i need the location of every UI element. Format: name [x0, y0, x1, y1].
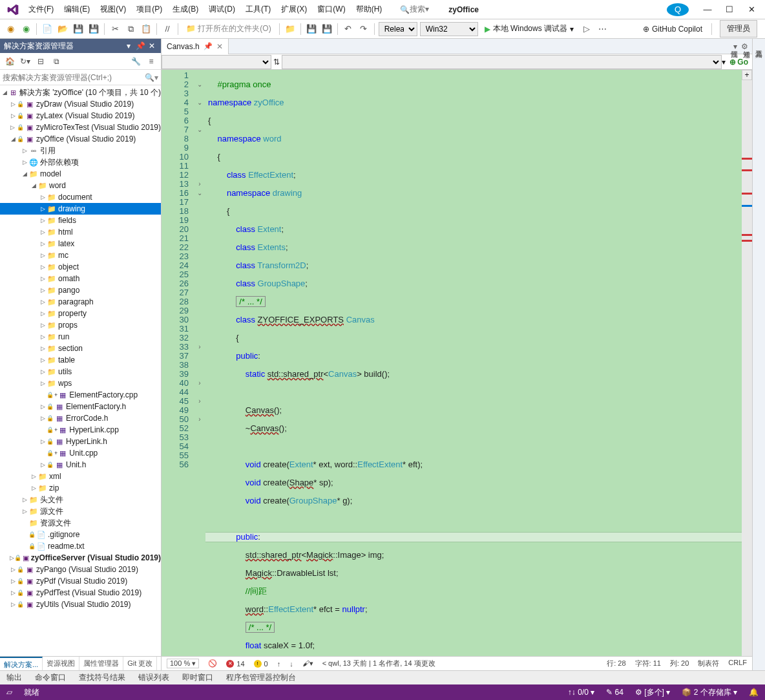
- scroll-map[interactable]: +: [742, 70, 752, 656]
- split-icon[interactable]: ⇅: [271, 58, 282, 67]
- file-elementfactory-h[interactable]: ▷🔒▦ElementFactory.h: [0, 401, 161, 412]
- close-button[interactable]: ✕: [740, 5, 762, 14]
- folder-property[interactable]: ▷📁property: [0, 308, 161, 319]
- menu-debug[interactable]: 调试(D): [204, 1, 240, 17]
- tab-git-changes[interactable]: Git 更改: [123, 657, 157, 670]
- project-zyOfficeServer[interactable]: ▷🔒▣zyOfficeServer (Visual Studio 2019): [0, 552, 161, 564]
- project-zyLatex[interactable]: ▷🔒▣zyLatex (Visual Studio 2019): [0, 110, 161, 122]
- file-gitignore[interactable]: 🔒📄.gitignore: [0, 529, 161, 540]
- open-icon[interactable]: 📂: [56, 23, 69, 36]
- folder-utils[interactable]: ▷📁utils: [0, 366, 161, 377]
- switch-view-icon[interactable]: ↻▾: [19, 56, 31, 67]
- folder-zip[interactable]: ▷📁zip: [0, 482, 161, 494]
- tab-close-icon[interactable]: ✕: [216, 42, 223, 51]
- scope-dropdown[interactable]: [162, 55, 271, 69]
- pin-icon[interactable]: 📌: [135, 41, 145, 50]
- save-icon[interactable]: 💾: [72, 23, 85, 36]
- new-file-icon[interactable]: 📄: [41, 23, 54, 36]
- maximize-button[interactable]: ☐: [718, 5, 740, 14]
- tab-immediate[interactable]: 即时窗口: [176, 670, 220, 685]
- zoom-dropdown[interactable]: 100 % ▾: [167, 659, 199, 668]
- file-elementfactory-cpp[interactable]: 🔒+▦ElementFactory.cpp: [0, 389, 161, 401]
- admin-badge[interactable]: 管理员: [720, 20, 757, 37]
- solution-node[interactable]: ◢⊞解决方案 'zyOffice' (10 个项目，共 10 个): [0, 87, 161, 98]
- undo-icon[interactable]: ↶: [342, 23, 355, 36]
- col-indicator[interactable]: 列: 20: [670, 659, 689, 668]
- tab-find-symbol[interactable]: 查找符号结果: [72, 670, 132, 685]
- folder-model[interactable]: ◢📁model: [0, 168, 161, 180]
- copy-icon[interactable]: ⧉: [124, 23, 137, 36]
- blame-info[interactable]: < qwl, 13 天前 | 1 名作者, 14 项更改: [322, 659, 435, 668]
- explorer-search[interactable]: 🔍▾: [0, 70, 161, 85]
- project-zyOffice[interactable]: ◢🔒▣zyOffice (Visual Studio 2019): [0, 133, 161, 145]
- folder-xml[interactable]: ▷📁xml: [0, 471, 161, 482]
- redo-icon[interactable]: ↷: [357, 23, 370, 36]
- fold-gutter[interactable]: ⌄⌄⌄›⌄››››: [194, 70, 205, 656]
- explorer-search-input[interactable]: [3, 71, 145, 84]
- folder-resources[interactable]: 📁资源文件: [0, 517, 161, 529]
- folder-fields[interactable]: ▷📁fields: [0, 215, 161, 226]
- home-icon[interactable]: 🏠: [4, 56, 16, 67]
- global-search[interactable]: 🔍 搜索▾: [400, 4, 429, 15]
- quick-launch-icon[interactable]: Q: [667, 3, 689, 16]
- save-workspace-icon[interactable]: 💾: [305, 23, 318, 36]
- warning-count[interactable]: !0: [254, 660, 268, 668]
- char-indicator[interactable]: 字符: 11: [635, 659, 661, 668]
- collapse-icon[interactable]: ⊟: [35, 56, 47, 67]
- platform-dropdown[interactable]: Win32: [420, 22, 478, 36]
- folder-html[interactable]: ▷📁html: [0, 226, 161, 238]
- references-node[interactable]: ▷▫▫引用: [0, 145, 161, 156]
- file-errorcode-h[interactable]: ▷🔒▦ErrorCode.h: [0, 412, 161, 424]
- folder-section[interactable]: ▷📁section: [0, 343, 161, 354]
- folder-word[interactable]: ◢📁word: [0, 180, 161, 191]
- folder-table[interactable]: ▷📁table: [0, 354, 161, 366]
- open-containing-folder[interactable]: 📁 打开所在的文件夹(O): [182, 23, 275, 34]
- tab-error-list[interactable]: 错误列表: [132, 670, 176, 685]
- nav-down-icon[interactable]: ↓: [289, 660, 293, 668]
- folder-object[interactable]: ▷📁object: [0, 261, 161, 273]
- menu-window[interactable]: 窗口(W): [312, 1, 350, 17]
- solution-tree[interactable]: ◢⊞解决方案 'zyOffice' (10 个项目，共 10 个) ▷🔒▣zyD…: [0, 85, 161, 656]
- panel-dropdown-icon[interactable]: ▾: [123, 41, 134, 50]
- menu-tools[interactable]: 工具(T): [240, 1, 276, 17]
- folder-drawing[interactable]: ▷📁drawing: [0, 203, 161, 215]
- folder-sources[interactable]: ▷📁源文件: [0, 505, 161, 517]
- tab-command[interactable]: 命令窗口: [28, 670, 72, 685]
- file-hyperlink-h[interactable]: ▷🔒▦HyperLink.h: [0, 436, 161, 447]
- menu-project[interactable]: 项目(P): [131, 1, 167, 17]
- start-debugging-button[interactable]: ▶ 本地 Windows 调试器 ▾: [481, 23, 578, 34]
- repos-status[interactable]: 📦 2 个存储库 ▾: [682, 687, 737, 698]
- sync-status[interactable]: ↑↓ 0/0 ▾: [568, 688, 594, 697]
- project-zyMicroTexTest[interactable]: ▷🔒▣zyMicroTexTest (Visual Studio 2019): [0, 122, 161, 133]
- external-deps-node[interactable]: ▷🌐外部依赖项: [0, 156, 161, 168]
- folder-wps[interactable]: ▷📁wps: [0, 377, 161, 389]
- split-editor-icon[interactable]: +: [742, 70, 752, 80]
- comment-icon[interactable]: //: [161, 23, 174, 36]
- nav-up-icon[interactable]: ↑: [277, 660, 281, 668]
- copilot-button[interactable]: ⊕ GitHub Copilot: [638, 25, 707, 34]
- tab-solution-explorer[interactable]: 解决方案...: [0, 657, 43, 670]
- folder-props[interactable]: ▷📁props: [0, 319, 161, 331]
- folder-headers[interactable]: ▷📁头文件: [0, 494, 161, 505]
- panel-close-icon[interactable]: ✕: [147, 41, 157, 50]
- project-zyPdf[interactable]: ▷🔒▣zyPdf (Visual Studio 2019): [0, 575, 161, 587]
- menu-edit[interactable]: 编辑(E): [59, 1, 95, 17]
- brush-icon[interactable]: 🖌▾: [302, 659, 313, 668]
- save-all-icon[interactable]: 💾: [87, 23, 100, 36]
- project-zyDraw[interactable]: ▷🔒▣zyDraw (Visual Studio 2019): [0, 98, 161, 110]
- configuration-dropdown[interactable]: Release: [379, 22, 417, 36]
- pin-icon[interactable]: 📌: [204, 42, 213, 50]
- folder-run[interactable]: ▷📁run: [0, 331, 161, 343]
- folder-pango[interactable]: ▷📁pango: [0, 284, 161, 296]
- show-all-icon[interactable]: ≡: [145, 56, 157, 67]
- error-count[interactable]: ✕14: [226, 660, 244, 668]
- sync-icon[interactable]: ⧉: [50, 56, 62, 67]
- nav-back-icon[interactable]: ◉: [4, 23, 17, 36]
- menu-build[interactable]: 生成(B): [167, 1, 204, 17]
- output-icon[interactable]: ▱: [6, 688, 12, 697]
- bell-icon[interactable]: 🔔: [749, 688, 759, 697]
- wrench-icon[interactable]: 🔧: [130, 56, 141, 67]
- line-indicator[interactable]: 行: 28: [607, 659, 625, 668]
- more-icon[interactable]: ⋯: [596, 23, 609, 36]
- code-editor[interactable]: 1234567891011121316171819202122232425262…: [162, 70, 752, 656]
